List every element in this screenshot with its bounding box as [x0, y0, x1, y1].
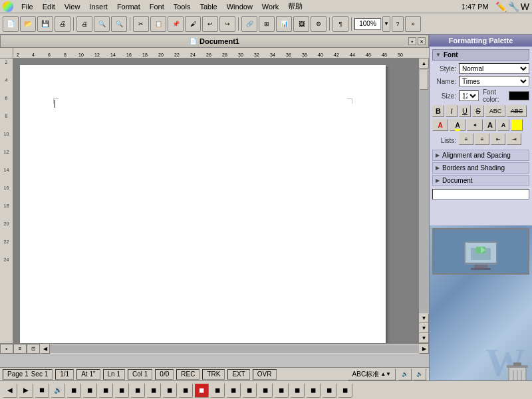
indent-decrease-btn[interactable]: ⇤ [491, 133, 505, 145]
dock-btn-back[interactable]: ◀ [3, 383, 17, 398]
trk-status[interactable]: TRK [202, 369, 225, 380]
scroll-right-btn[interactable]: ▶ [419, 344, 429, 354]
show-btn[interactable]: ¶ [332, 16, 348, 32]
undo-btn[interactable]: ↩ [202, 16, 218, 32]
menu-help[interactable]: 帮助 [284, 1, 307, 12]
view-layout-btn[interactable]: ⊡ [27, 344, 40, 354]
insert-img-btn[interactable]: 🖼 [293, 16, 309, 32]
document-page[interactable] [20, 65, 386, 343]
dock-btn-18[interactable]: ◼ [274, 383, 289, 398]
dock-btn-stop[interactable]: ⏹ [35, 383, 49, 398]
redo-btn[interactable]: ↪ [219, 16, 235, 32]
magnify-btn[interactable]: 🔍 [111, 16, 127, 32]
dock-btn-9[interactable]: ◼ [130, 383, 145, 398]
cut-btn[interactable]: ✂ [133, 16, 149, 32]
list-unordered-btn[interactable]: ≡ [459, 133, 473, 145]
rec-status[interactable]: REC [176, 369, 200, 380]
underline-btn[interactable]: U [459, 105, 471, 117]
dock-btn-15[interactable]: ◼ [226, 383, 241, 398]
zoom-dropdown-btn[interactable]: ▼ [382, 16, 390, 32]
menu-font[interactable]: Font [146, 2, 168, 11]
menu-edit[interactable]: Edit [39, 2, 59, 11]
scroll-up-btn[interactable]: ▲ [419, 59, 429, 68]
yellow-highlight-btn[interactable] [511, 119, 523, 131]
menu-table[interactable]: Table [196, 2, 221, 11]
extra-btn[interactable]: » [405, 16, 421, 32]
format-painter-btn[interactable]: 🖌 [185, 16, 201, 32]
copy-btn[interactable]: 📋 [150, 16, 166, 32]
dock-btn-22[interactable]: ◼ [338, 383, 352, 398]
dock-btn-forward[interactable]: ▶ [19, 383, 33, 398]
insert-table-btn[interactable]: ⊞ [259, 16, 275, 32]
special-btn[interactable]: ✦ [467, 119, 483, 131]
apple-menu[interactable] [3, 1, 13, 12]
speaker-btn-2[interactable]: 🔊 [413, 368, 426, 380]
dock-btn-10[interactable]: ◼ [146, 383, 161, 398]
strikethrough-btn[interactable]: S [472, 105, 484, 117]
vertical-scrollbar[interactable]: ▲ ▼ ▼ ▼ [418, 59, 429, 343]
dock-btn-6[interactable]: ◼ [82, 383, 97, 398]
palette-input[interactable] [432, 189, 529, 200]
misc-btn[interactable]: ⚙ [311, 16, 327, 32]
view-outline-btn[interactable]: ≡ [13, 344, 27, 354]
dock-btn-11[interactable]: ◼ [162, 383, 177, 398]
zoom-btn[interactable]: 🔍 [94, 16, 110, 32]
save-btn[interactable]: 💾 [37, 16, 53, 32]
scroll-track-v[interactable] [419, 68, 429, 313]
dock-btn-20[interactable]: ◼ [306, 383, 321, 398]
menu-tools[interactable]: Tools [170, 2, 195, 11]
dock-btn-17[interactable]: ◼ [258, 383, 273, 398]
pen-icon[interactable]: ✏️ [495, 1, 507, 12]
menu-work[interactable]: Work [258, 2, 283, 11]
highlight-btn[interactable]: A [450, 119, 466, 131]
dock-btn-16[interactable]: ◼ [242, 383, 257, 398]
bold-btn[interactable]: B [432, 105, 444, 117]
dock-btn-21[interactable]: ◼ [322, 383, 336, 398]
menu-file[interactable]: File [17, 2, 37, 11]
name-select[interactable]: Times [459, 76, 529, 86]
document-section[interactable]: ▶ Document [432, 175, 529, 186]
font-color-btn[interactable]: A [432, 119, 448, 131]
ovr-status[interactable]: OVR [253, 369, 277, 380]
new-btn[interactable]: 📄 [3, 16, 19, 32]
ext-status[interactable]: EXT [227, 369, 249, 380]
menu-window[interactable]: Window [223, 2, 257, 11]
print2-btn[interactable]: 🖨 [76, 16, 92, 32]
menu-format[interactable]: Format [113, 2, 144, 11]
indent-increase-btn[interactable]: ⇥ [507, 133, 521, 145]
borders-section[interactable]: ▶ Borders and Shading [432, 162, 529, 174]
help-btn[interactable]: ? [392, 16, 404, 32]
insert-link-btn[interactable]: 🔗 [241, 16, 257, 32]
open-btn[interactable]: 📂 [20, 16, 36, 32]
font-size-up-btn[interactable]: A [484, 119, 496, 131]
abc-normal-btn[interactable]: ABC [485, 105, 505, 117]
view-normal-btn[interactable]: ▪ [0, 344, 13, 354]
dock-btn-8[interactable]: ◼ [114, 383, 129, 398]
scroll-down-btn-1[interactable]: ▼ [419, 313, 429, 323]
scroll-left-btn[interactable]: ◀ [40, 344, 50, 354]
doc-zoom-btn[interactable]: ▪ [408, 37, 416, 45]
paste-btn[interactable]: 📌 [168, 16, 184, 32]
list-ordered-btn[interactable]: ≡ [475, 133, 489, 145]
dock-btn-12[interactable]: ◼ [178, 383, 193, 398]
style-select[interactable]: Normal [459, 63, 529, 74]
dock-btn-19[interactable]: ◼ [290, 383, 305, 398]
scroll-down-btn-3[interactable]: ▼ [419, 333, 429, 343]
tools-icon[interactable]: 🔧 [508, 1, 519, 12]
abc-strikethrough-btn[interactable]: ABC [507, 105, 527, 117]
insert-chart-btn[interactable]: 📊 [276, 16, 292, 32]
alignment-section[interactable]: ▶ Alignment and Spacing [432, 150, 529, 161]
font-size-down-btn[interactable]: A [497, 119, 509, 131]
horizontal-scrollbar[interactable]: ▪ ≡ ⊡ ◀ ▶ [0, 343, 429, 354]
word-icon[interactable]: W [521, 1, 529, 12]
size-select[interactable]: 12 [459, 90, 479, 101]
font-color-box[interactable] [509, 91, 529, 100]
italic-btn[interactable]: I [446, 105, 458, 117]
menu-view[interactable]: View [61, 2, 84, 11]
print-btn[interactable]: 🖨 [55, 16, 70, 32]
dock-btn-14[interactable]: ◼ [210, 383, 225, 398]
scroll-thumb-v[interactable] [420, 70, 428, 90]
speaker-btn-1[interactable]: 🔊 [398, 368, 412, 380]
dock-btn-sound[interactable]: 🔊 [51, 383, 65, 398]
document-scroll-area[interactable] [13, 59, 418, 343]
